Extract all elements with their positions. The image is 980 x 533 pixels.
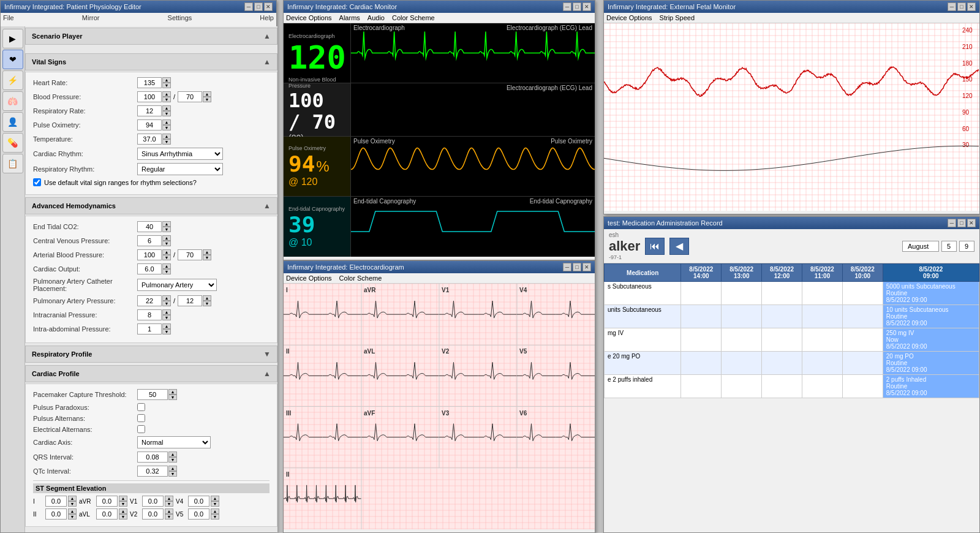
sidebar-ecg-icon[interactable]: ⚡ [2,70,23,90]
pac-select[interactable]: Pulmonary Artery Right Atrium [137,279,217,291]
fm-menu-device[interactable]: Device Options [606,14,652,21]
heart-rate-field[interactable]: 135 [137,77,162,88]
fm-close[interactable]: ✕ [967,2,976,11]
etco2-down[interactable]: ▼ [162,227,171,232]
sidebar-vitals-icon[interactable]: ❤ [2,50,23,69]
pulse-ox-field[interactable] [137,119,162,130]
st-V5-field[interactable] [188,508,209,520]
minimize-button[interactable]: ─ [244,2,253,11]
mar-month-field[interactable] [902,241,939,252]
adv-hemo-header[interactable]: Advanced Hemodynamics ▲ [25,197,277,214]
iap-field[interactable] [137,323,162,335]
cardiac-axis-select[interactable]: Normal Left Right [137,436,211,448]
resp-rhythm-select[interactable]: Regular Irregular [137,163,223,175]
fm-maximize[interactable]: □ [957,2,966,11]
st-V1-down[interactable]: ▼ [165,501,173,507]
ecg-maximize[interactable]: □ [573,263,581,271]
bp-sys-down[interactable]: ▼ [162,97,171,102]
pulse-ox-down[interactable]: ▼ [162,125,171,130]
mar-minimize[interactable]: ─ [948,219,956,227]
mar-close[interactable]: ✕ [967,219,976,227]
pulsus-paradoxus-checkbox[interactable] [137,403,145,411]
st-II-up[interactable]: ▲ [68,508,77,514]
st-I-field[interactable] [45,496,67,507]
st-V2-field[interactable] [142,508,164,520]
pacemaker-up[interactable]: ▲ [168,389,177,395]
ecg-menu-color[interactable]: Color Scheme [339,274,382,282]
icp-down[interactable]: ▼ [162,315,171,320]
st-V2-down[interactable]: ▼ [165,514,173,520]
temp-field[interactable] [137,134,162,145]
resp-profile-header[interactable]: Respiratory Profile ▼ [25,346,277,363]
fm-minimize[interactable]: ─ [948,2,956,11]
cm-menu-audio[interactable]: Audio [368,14,385,21]
cm-menu-color[interactable]: Color Scheme [392,14,435,21]
etco2-field[interactable] [137,221,162,232]
mar-play-back-btn[interactable]: ◀ [669,238,689,255]
bp-sys-up[interactable]: ▲ [162,91,171,97]
st-V4-down[interactable]: ▼ [211,501,219,507]
menu-file[interactable]: File [3,14,14,21]
etco2-up[interactable]: ▲ [162,221,171,227]
sidebar-scenario-icon[interactable]: ▶ [2,29,23,48]
mar-skip-back-btn[interactable]: ⏮ [645,238,665,255]
pap-sys-down[interactable]: ▼ [162,301,171,306]
pacemaker-down[interactable]: ▼ [168,395,177,400]
temp-up[interactable]: ▲ [162,134,171,139]
st-I-down[interactable]: ▼ [68,501,77,507]
pap-sys-field[interactable] [137,295,162,306]
st-V5-up[interactable]: ▲ [211,508,219,514]
elec-alternans-checkbox[interactable] [137,425,145,433]
maximize-button[interactable]: □ [254,2,263,11]
st-I-up[interactable]: ▲ [68,496,77,501]
pulsus-alternans-checkbox[interactable] [137,414,145,422]
cm-maximize[interactable]: □ [573,2,581,11]
pap-sys-up[interactable]: ▲ [162,295,171,301]
scenario-player-header[interactable]: Scenario Player ▲ [25,28,277,45]
art-bp-sys-down[interactable]: ▼ [162,255,171,260]
art-bp-sys-field[interactable] [137,249,162,260]
bp-sys-field[interactable] [137,91,162,102]
pulse-ox-up[interactable]: ▲ [162,119,171,125]
st-aVL-down[interactable]: ▼ [119,514,127,520]
iap-up[interactable]: ▲ [162,323,171,329]
st-aVL-field[interactable] [96,508,118,520]
cardiac-profile-header[interactable]: Cardiac Profile ▲ [25,365,277,382]
sidebar-patient-icon[interactable]: 👤 [2,112,23,132]
fm-menu-strip[interactable]: Strip Speed [660,14,695,21]
heart-rate-down[interactable]: ▼ [162,83,171,88]
sidebar-medication-icon[interactable]: 💊 [2,133,23,153]
st-V2-up[interactable]: ▲ [165,508,173,514]
pap-dia-field[interactable] [178,295,202,306]
st-V1-field[interactable] [142,496,164,507]
cvp-down[interactable]: ▼ [162,241,171,246]
iap-down[interactable]: ▼ [162,329,171,335]
art-bp-dia-up[interactable]: ▲ [203,249,211,255]
st-aVR-field[interactable] [96,496,118,507]
st-V1-up[interactable]: ▲ [165,496,173,501]
st-aVL-up[interactable]: ▲ [119,508,127,514]
temp-down[interactable]: ▼ [162,139,171,145]
co-down[interactable]: ▼ [162,269,171,274]
pacemaker-field[interactable] [137,389,168,400]
qtc-field[interactable] [137,466,168,477]
ecg-close[interactable]: ✕ [582,263,591,271]
resp-rate-field[interactable] [137,105,162,116]
default-ranges-checkbox[interactable] [33,178,41,186]
resp-rate-down[interactable]: ▼ [162,111,171,116]
qrs-field[interactable] [137,452,168,463]
co-field[interactable] [137,263,162,274]
mar-day-field[interactable] [941,241,957,252]
vital-signs-header[interactable]: Vital Signs ▲ [25,53,277,70]
bp-dia-field[interactable] [178,91,202,102]
mar-daynum-field[interactable] [959,241,974,252]
st-aVR-down[interactable]: ▼ [119,501,127,507]
menu-mirror[interactable]: Mirror [82,14,100,21]
cm-minimize[interactable]: ─ [563,2,571,11]
st-aVR-up[interactable]: ▲ [119,496,127,501]
bp-dia-up[interactable]: ▲ [203,91,211,97]
qtc-up[interactable]: ▲ [168,466,177,471]
ecg-minimize[interactable]: ─ [563,263,571,271]
menu-help[interactable]: Help [260,14,274,21]
art-bp-dia-down[interactable]: ▼ [203,255,211,260]
